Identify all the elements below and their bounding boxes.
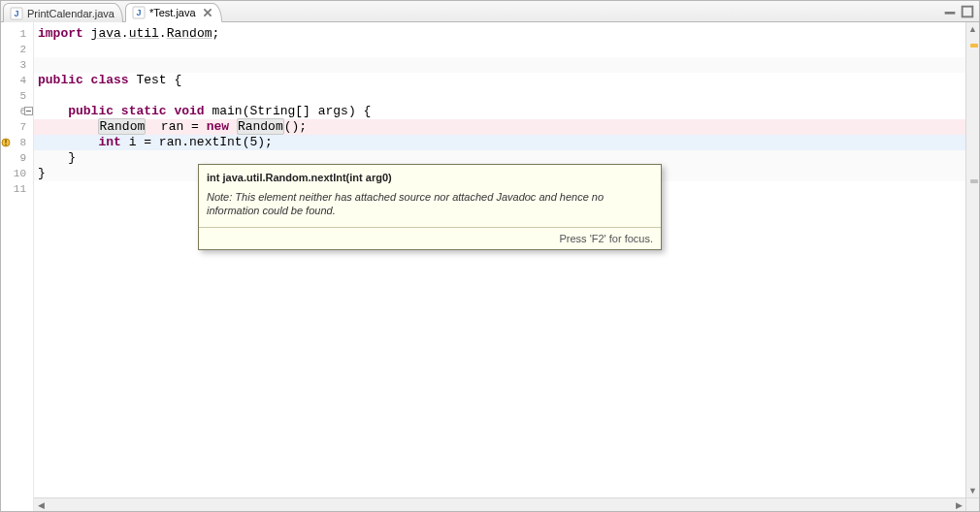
- tooltip-footer: Press 'F2' for focus.: [199, 227, 661, 249]
- code-line[interactable]: [34, 57, 965, 73]
- code-line[interactable]: import java.util.Random;: [34, 26, 965, 42]
- overview-ruler[interactable]: [969, 36, 979, 484]
- line-number[interactable]: 4: [1, 73, 30, 88]
- maximize-view-icon[interactable]: [960, 5, 975, 18]
- java-file-icon: J: [132, 6, 146, 19]
- tab-bar: J PrintCalendar.java J *Test.java: [1, 1, 979, 22]
- code-line[interactable]: Random ran = new Random();: [34, 119, 965, 135]
- tooltip-note: Note: This element neither has attached …: [199, 188, 661, 227]
- scroll-left-icon[interactable]: ◀: [34, 498, 48, 512]
- line-number[interactable]: 1: [1, 26, 30, 42]
- line-number[interactable]: 5: [1, 88, 30, 104]
- tooltip-signature: int java.util.Random.nextInt(int arg0): [199, 165, 661, 188]
- vertical-scrollbar[interactable]: ▲ ▼: [965, 22, 979, 497]
- java-file-icon: J: [10, 7, 23, 20]
- minimize-view-icon[interactable]: [942, 5, 958, 18]
- line-number[interactable]: 2: [1, 42, 30, 57]
- code-line[interactable]: [34, 42, 965, 57]
- warning-marker-icon[interactable]: [1, 138, 11, 147]
- ruler-occurrence-marker[interactable]: [970, 179, 978, 183]
- line-number[interactable]: 11: [1, 181, 30, 197]
- tab-label: *Test.java: [149, 7, 196, 18]
- fold-toggle-icon[interactable]: [24, 107, 33, 115]
- code-editor[interactable]: import java.util.Random;public class Tes…: [34, 22, 965, 497]
- code-line[interactable]: public static void main(String[] args) {: [34, 104, 965, 119]
- line-number-gutter[interactable]: 1234567891011: [1, 22, 34, 511]
- code-line[interactable]: public class Test {: [34, 73, 965, 88]
- tab-printcalendar[interactable]: J PrintCalendar.java: [3, 3, 123, 22]
- tab-test[interactable]: J *Test.java: [125, 3, 222, 22]
- editor-window-buttons: [942, 1, 979, 21]
- editor-body: 1234567891011 import java.util.Random;pu…: [1, 22, 979, 511]
- line-number[interactable]: 3: [1, 57, 30, 73]
- ruler-warning-marker[interactable]: [970, 44, 978, 48]
- svg-rect-4: [945, 12, 956, 15]
- svg-rect-5: [963, 6, 973, 16]
- svg-text:J: J: [14, 9, 18, 18]
- svg-rect-9: [5, 144, 6, 145]
- scroll-up-icon[interactable]: ▲: [966, 22, 979, 36]
- svg-rect-8: [5, 140, 6, 144]
- scroll-right-icon[interactable]: ▶: [952, 498, 965, 512]
- scrollbar-corner: [965, 497, 979, 511]
- javadoc-hover-tooltip[interactable]: int java.util.Random.nextInt(int arg0) N…: [198, 164, 662, 250]
- scroll-down-icon[interactable]: ▼: [966, 484, 979, 497]
- ide-window: J PrintCalendar.java J *Test.java 123456…: [0, 0, 980, 512]
- line-number[interactable]: 7: [1, 119, 30, 135]
- horizontal-scrollbar[interactable]: ◀ ▶: [34, 497, 965, 511]
- line-number[interactable]: 9: [1, 150, 30, 166]
- line-number[interactable]: 10: [1, 166, 30, 181]
- code-line[interactable]: int i = ran.nextInt(5);: [34, 135, 965, 150]
- close-icon[interactable]: [202, 7, 213, 18]
- tab-label: PrintCalendar.java: [27, 8, 114, 19]
- svg-text:J: J: [136, 8, 141, 17]
- code-line[interactable]: [34, 88, 965, 104]
